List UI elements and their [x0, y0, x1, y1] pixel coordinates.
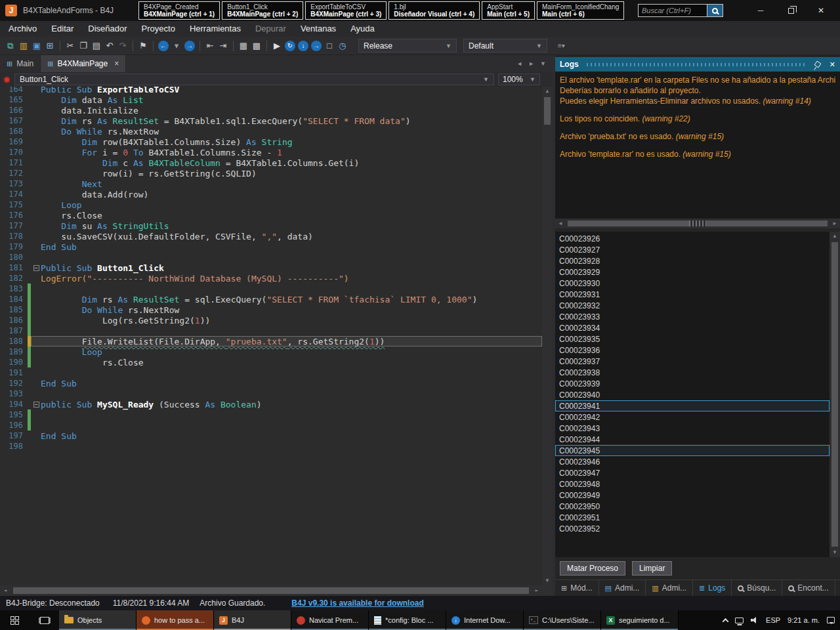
log-entry[interactable]: C00023951: [555, 512, 830, 523]
scroll-tabs-left-icon[interactable]: ◄: [516, 60, 522, 67]
code-line[interactable]: 193: [0, 388, 542, 399]
quick-access-tab[interactable]: MainForm_IconifiedChangMain (ctrl + 6): [537, 1, 624, 20]
quick-access-tab[interactable]: ExportTableToCSVB4XMainPage (ctrl + 3): [305, 1, 387, 20]
scroll-right-icon[interactable]: ►: [532, 586, 542, 595]
code-line[interactable]: 167 Dim rs As ResultSet = B4XTable1.sql1…: [0, 116, 542, 126]
menu-editar[interactable]: Editar: [44, 21, 81, 37]
kill-process-button[interactable]: Matar Proceso: [560, 561, 625, 576]
code-line[interactable]: 198: [0, 441, 542, 452]
log-entry[interactable]: C00023949: [555, 490, 830, 501]
log-entry[interactable]: C00023926: [555, 233, 830, 244]
log-entry[interactable]: C00023938: [555, 367, 830, 378]
update-link[interactable]: B4J v9.30 is available for download: [291, 598, 423, 608]
log-entry[interactable]: C00023929: [555, 266, 830, 278]
log-entry[interactable]: C00023942: [555, 411, 830, 423]
profile-select[interactable]: Default ▼: [463, 39, 547, 52]
quick-access-tab[interactable]: Button1_ClickB4XMainPage (ctrl + 2): [222, 1, 303, 20]
scroll-up-icon[interactable]: ▲: [830, 232, 840, 241]
log-entry[interactable]: C00023934: [555, 322, 830, 333]
log-entry[interactable]: C00023927: [555, 244, 830, 255]
doc-tab-b4xmainpage[interactable]: ⊞B4XMainPage×: [41, 55, 126, 72]
log-entry[interactable]: C00023939: [555, 378, 830, 389]
toolbar-overflow-icon[interactable]: ≡▾: [558, 42, 565, 49]
log-entry[interactable]: C00023931: [555, 289, 830, 300]
step-over-icon[interactable]: →: [311, 41, 322, 51]
scrollbar-thumb[interactable]: [544, 97, 551, 125]
code-line[interactable]: 197End Sub: [0, 430, 542, 441]
back-history-chevron-icon[interactable]: ▾: [170, 39, 183, 52]
tab-modulos[interactable]: ⊞Mód...: [555, 580, 599, 596]
code-line[interactable]: 166 data.Initialize: [0, 105, 542, 116]
minimize-button[interactable]: ─: [746, 0, 776, 21]
action-center-icon[interactable]: [827, 617, 835, 623]
log-entry[interactable]: C00023946: [555, 456, 830, 467]
log-entry[interactable]: C00023943: [555, 423, 830, 434]
scroll-left-icon[interactable]: ◄: [555, 219, 566, 228]
build-configuration-select[interactable]: Release ▼: [358, 39, 457, 52]
menu-depurar[interactable]: Depurar: [248, 21, 293, 37]
menu-diseñador[interactable]: Diseñador: [81, 21, 134, 37]
copy-icon[interactable]: ❐: [77, 39, 90, 52]
scrollbar-thumb[interactable]: [13, 587, 529, 594]
tab-administrador-archivos[interactable]: ▥Admi...: [646, 580, 693, 596]
tab-busqueda[interactable]: Búsqu...: [732, 580, 782, 596]
log-entry[interactable]: C00023936: [555, 345, 830, 356]
splitter-grip[interactable]: [689, 220, 706, 226]
menu-ventanas[interactable]: Ventanas: [293, 21, 343, 37]
taskbar-browser-how-to-pass[interactable]: how to pass a...: [136, 610, 214, 630]
cut-icon[interactable]: ✂: [64, 39, 77, 52]
outdent-icon[interactable]: ⇤: [203, 39, 217, 52]
code-line[interactable]: 195: [0, 410, 542, 420]
tab-logs[interactable]: ≣Logs: [693, 580, 732, 596]
start-button[interactable]: [0, 610, 30, 630]
code-line[interactable]: 164Public Sub ExportTableToCSV: [0, 87, 542, 94]
resume-icon[interactable]: ↻: [285, 41, 295, 51]
quick-access-tab[interactable]: B4XPage_CreatedB4XMainPage (ctrl + 1): [138, 1, 220, 20]
redo-icon[interactable]: ↷: [116, 39, 129, 52]
log-entry[interactable]: C00023950: [555, 501, 830, 512]
modules-icon[interactable]: ⧉: [4, 39, 17, 52]
sub-selector[interactable]: Button1_Click ▼: [14, 74, 494, 85]
open-project-icon[interactable]: ▥: [17, 39, 30, 52]
menu-herramientas[interactable]: Herramientas: [182, 21, 248, 37]
taskbar-notepad-config[interactable]: *config: Bloc ...: [369, 610, 446, 630]
log-entry[interactable]: C00023935: [555, 333, 830, 345]
menu-proyecto[interactable]: Proyecto: [135, 21, 182, 37]
tab-administrador-librerias[interactable]: ▤Admi...: [599, 580, 646, 596]
code-line[interactable]: 180: [0, 252, 542, 262]
scrollbar-thumb[interactable]: [831, 242, 838, 547]
clear-logs-button[interactable]: Limpiar: [632, 561, 672, 576]
reformat-icon[interactable]: ▩: [250, 39, 263, 52]
menu-archivo[interactable]: Archivo: [1, 21, 44, 37]
code-line[interactable]: 172 row(i) = rs.GetString(c.SQLID): [0, 168, 542, 178]
log-entry[interactable]: C00023940: [555, 389, 830, 400]
log-entry[interactable]: C00023937: [555, 356, 830, 367]
code-line[interactable]: 173 Next: [0, 178, 542, 189]
scroll-down-icon[interactable]: ▼: [542, 576, 553, 585]
code-line[interactable]: 182LogError("---------- NorthWind Databa…: [0, 273, 542, 284]
code-line[interactable]: 168 Do While rs.NextRow: [0, 126, 542, 136]
log-entry[interactable]: C00023952: [555, 523, 830, 534]
code-line[interactable]: 187: [0, 326, 542, 336]
log-entry[interactable]: C00023948: [555, 478, 830, 490]
clock[interactable]: 9:21 a. m.: [788, 616, 820, 624]
keyboard-language[interactable]: ESP: [766, 616, 780, 624]
code-line[interactable]: 192End Sub: [0, 378, 542, 388]
log-entry[interactable]: C00023933: [555, 311, 830, 322]
logs-panel-header[interactable]: Logs ✕: [555, 57, 840, 72]
quick-access-tab[interactable]: 1.bjlDiseñador Visual (ctrl + 4): [388, 1, 480, 20]
log-entry[interactable]: C00023944: [555, 434, 830, 445]
code-line[interactable]: 189 Loop: [0, 346, 542, 357]
navigate-back-icon[interactable]: ←: [158, 41, 169, 51]
code-line[interactable]: 196: [0, 420, 542, 430]
taskbar-objects[interactable]: Objects: [59, 610, 136, 630]
code-line[interactable]: 178 su.SaveCSV(xui.DefaultFolder, CSVFil…: [0, 231, 542, 242]
log-entry[interactable]: C00023928: [555, 255, 830, 266]
pin-icon[interactable]: [814, 60, 821, 68]
collapse-icon[interactable]: −: [33, 402, 39, 408]
list-vertical-scrollbar[interactable]: ▲ ▼: [830, 232, 840, 557]
indent-icon[interactable]: ⇥: [217, 39, 230, 52]
taskbar-cmd[interactable]: ›_C:\Users\Siste...: [524, 610, 601, 630]
editor-horizontal-scrollbar[interactable]: ◄ ►: [0, 585, 542, 596]
tray-expand-icon[interactable]: [723, 618, 729, 624]
